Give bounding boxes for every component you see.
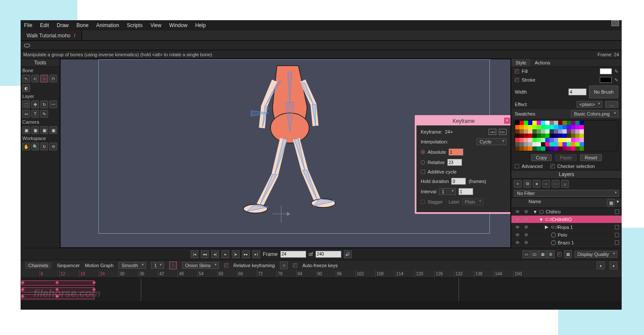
bone-tool[interactable]: ◐ xyxy=(22,84,30,92)
swatch-cell[interactable] xyxy=(571,146,575,151)
ruler-tick[interactable]: 138 xyxy=(474,270,494,277)
swatch-cell[interactable] xyxy=(515,134,519,138)
swatch-cell[interactable] xyxy=(537,142,541,146)
step-back-button[interactable]: ◂| xyxy=(211,250,219,258)
swatch-cell[interactable] xyxy=(524,146,528,151)
layer-col-color[interactable]: ▦ xyxy=(607,199,615,207)
ruler-tick[interactable]: 6 xyxy=(39,270,59,277)
duplicate-layer-button[interactable]: ⧉ xyxy=(523,180,531,188)
copy-button[interactable]: Copy xyxy=(531,154,552,161)
close-icon[interactable]: / xyxy=(74,33,75,39)
swatch-cell[interactable] xyxy=(554,125,558,129)
swatch-cell[interactable] xyxy=(541,138,545,142)
ruler-tick[interactable]: 120 xyxy=(415,270,434,277)
ruler-tick[interactable]: 150 xyxy=(513,270,533,277)
ruler-tick[interactable]: 30 xyxy=(118,270,138,277)
layer-search-button[interactable]: ⌕ xyxy=(561,180,569,188)
swatch-cell[interactable] xyxy=(519,134,524,138)
layer-color-tag[interactable] xyxy=(615,225,619,229)
interpolation-dropdown[interactable]: Cycle xyxy=(477,138,507,145)
swatch-cell[interactable] xyxy=(567,129,571,134)
visibility-icon[interactable]: 👁 xyxy=(514,225,521,230)
visibility-icon[interactable]: 👁 xyxy=(514,217,521,222)
swatch-cell[interactable] xyxy=(532,125,537,129)
swatch-cell[interactable] xyxy=(541,125,545,129)
eyedropper-icon[interactable]: ✎ xyxy=(614,77,618,83)
swatch-cell[interactable] xyxy=(580,142,584,146)
timeline-ruler[interactable]: 6121824303642485460667278849096102108114… xyxy=(21,270,622,278)
swatch-cell[interactable] xyxy=(537,129,541,134)
swatch-cell[interactable] xyxy=(545,146,550,151)
layer-flip-tool[interactable]: ⇔ xyxy=(22,110,30,118)
swatch-cell[interactable] xyxy=(515,138,519,142)
menu-file[interactable]: File xyxy=(24,22,32,28)
display-quality-icon[interactable]: ▦ xyxy=(564,250,572,258)
swatch-cell[interactable] xyxy=(580,138,584,142)
swatch-cell[interactable] xyxy=(575,146,580,151)
ruler-tick[interactable]: 102 xyxy=(355,270,375,277)
swatch-cell[interactable] xyxy=(524,129,528,134)
swatch-cell[interactable] xyxy=(545,121,550,125)
menu-animation[interactable]: Animation xyxy=(96,22,119,28)
swatch-cell[interactable] xyxy=(519,138,524,142)
effect-dropdown[interactable]: <plain> xyxy=(577,101,602,108)
camera-track-tool[interactable]: ▣ xyxy=(22,126,30,134)
swatch-cell[interactable] xyxy=(537,146,541,151)
swatch-cell[interactable] xyxy=(558,134,562,138)
swatch-cell[interactable] xyxy=(515,142,519,146)
close-icon[interactable]: × xyxy=(504,118,510,124)
swatch-cell[interactable] xyxy=(519,121,524,125)
swatch-cell[interactable] xyxy=(528,129,532,134)
paste-button[interactable]: Paste xyxy=(555,154,577,161)
swatch-cell[interactable] xyxy=(528,121,532,125)
ruler-tick[interactable]: 48 xyxy=(178,270,197,277)
layer-eyedropper-tool[interactable]: ✎ xyxy=(40,110,48,118)
layer-row[interactable]: 👁⊗▼⊂⊃CHIHIRO xyxy=(511,216,622,223)
swatch-cell[interactable] xyxy=(550,129,554,134)
swatch-cell[interactable] xyxy=(515,146,519,151)
swatch-cell[interactable] xyxy=(562,129,567,134)
swatch-cell[interactable] xyxy=(554,129,558,134)
bone-link-icon[interactable]: ⊗ xyxy=(522,247,529,248)
eyedropper-icon[interactable]: ✎ xyxy=(614,69,618,74)
layer-color-tag[interactable] xyxy=(615,241,619,245)
swatch-cell[interactable] xyxy=(528,142,532,146)
swatches-dropdown[interactable]: Basic Colors.png xyxy=(571,110,618,117)
layer-row[interactable]: 👁⊗◯Brazo 1 xyxy=(511,239,622,247)
swatch-cell[interactable] xyxy=(541,129,545,134)
ruler-tick[interactable]: 36 xyxy=(138,270,158,277)
bone-link-icon[interactable]: ⊗ xyxy=(522,209,529,214)
stagger-checkbox[interactable] xyxy=(421,200,425,204)
absolute-radio[interactable] xyxy=(421,150,425,154)
bone-transform-tool[interactable]: ⊓ xyxy=(49,75,57,82)
bone-link-icon[interactable]: ⊗ xyxy=(522,240,529,245)
layer-color-tag[interactable] xyxy=(615,210,619,214)
next-keyframe-button[interactable]: ▹▻ xyxy=(499,129,507,135)
swatch-cell[interactable] xyxy=(580,134,584,138)
swatch-cell[interactable] xyxy=(562,125,567,129)
ruler-tick[interactable]: 114 xyxy=(395,270,415,277)
swatch-cell[interactable] xyxy=(562,134,567,138)
rotate-workspace-tool[interactable]: ↻ xyxy=(40,143,48,150)
ruler-tick[interactable]: 108 xyxy=(375,270,395,277)
view-single-button[interactable]: ▭ xyxy=(522,250,530,258)
ruler-tick[interactable]: 18 xyxy=(79,270,99,277)
no-brush-button[interactable]: No Brush xyxy=(589,85,618,98)
swatch-cell[interactable] xyxy=(541,121,545,125)
visibility-icon[interactable]: 👁 xyxy=(514,248,521,248)
swatch-cell[interactable] xyxy=(545,129,550,134)
swatch-cell[interactable] xyxy=(519,146,524,151)
fill-checkbox[interactable] xyxy=(515,69,519,73)
ruler-tick[interactable]: 90 xyxy=(316,270,336,277)
menu-scripts[interactable]: Scripts xyxy=(127,22,143,28)
swatch-cell[interactable] xyxy=(524,142,528,146)
swatch-cell[interactable] xyxy=(580,121,584,125)
step-fwd-button[interactable]: |▸ xyxy=(232,250,240,258)
swatch-cell[interactable] xyxy=(532,134,537,138)
swatch-cell[interactable] xyxy=(528,134,532,138)
audio-button[interactable]: 🔊 xyxy=(344,250,352,258)
menu-view[interactable]: View xyxy=(150,22,161,28)
ruler-tick[interactable]: 78 xyxy=(276,270,296,277)
menu-bone[interactable]: Bone xyxy=(76,22,88,28)
swatch-cell[interactable] xyxy=(554,138,558,142)
